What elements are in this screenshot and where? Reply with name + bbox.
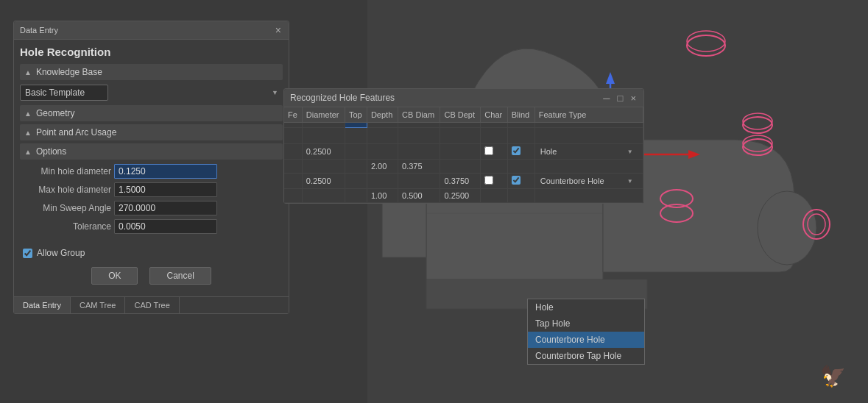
cell-diameter-3: 0.2500: [302, 144, 345, 160]
min-hole-diameter-input[interactable]: [114, 164, 217, 179]
rhf-titlebar-controls: ─ □ ×: [601, 93, 638, 103]
cell-top-2: [345, 128, 367, 144]
bottom-tabs: Data Entry CAM Tree CAD Tree: [14, 296, 289, 313]
cell-depth-2: [367, 128, 398, 144]
rhf-table-wrapper: Fe Diameter Top Depth CB Diam CB Dept Ch…: [284, 107, 643, 203]
cell-cbdept-3: [440, 144, 481, 160]
template-dropdown-wrapper: Basic Template Advanced Template: [20, 85, 283, 101]
cell-depth-1: [367, 123, 398, 128]
template-dropdown-row: Basic Template Advanced Template: [20, 85, 283, 101]
dropdown-item-counterbore-hole[interactable]: Counterbore Hole: [528, 332, 644, 348]
cell-char-4: [481, 160, 507, 174]
cell-cbdept-2: [440, 128, 481, 144]
feature-type-dropdown-menu: Hole Tap Hole Counterbore Hole Counterbo…: [527, 299, 645, 365]
min-sweep-angle-label: Min Sweep Angle: [23, 203, 111, 213]
allow-group-label: Allow Group: [37, 248, 85, 258]
dropdown-item-tap-hole[interactable]: Tap Hole: [528, 315, 644, 332]
cell-char-2: [481, 128, 507, 144]
table-row: [284, 123, 643, 128]
options-header[interactable]: ▲ Options: [20, 143, 283, 160]
col-cb-diam: CB Diam: [398, 107, 440, 123]
cell-featuretype-3: Hole Tap Hole Counterbore Hole Counterbo…: [534, 144, 643, 160]
cell-cbdiam-4: 0.375: [398, 160, 440, 174]
svg-point-5: [687, 35, 725, 56]
point-arc-header[interactable]: ▲ Point and Arc Usage: [20, 124, 283, 140]
ok-button[interactable]: OK: [91, 267, 138, 285]
rhf-close-button[interactable]: ×: [629, 93, 638, 103]
geometry-header[interactable]: ▲ Geometry: [20, 105, 283, 121]
cell-cbdiam-3: [398, 144, 440, 160]
dropdown-item-counterbore-tap-hole[interactable]: Counterbore Tap Hole: [528, 348, 644, 364]
max-hole-diameter-input[interactable]: [114, 182, 217, 197]
col-fe: Fe: [284, 107, 302, 123]
allow-group-checkbox[interactable]: [23, 249, 32, 258]
feature-type-select-3[interactable]: Hole Tap Hole Counterbore Hole Counterbo…: [539, 147, 635, 156]
cell-blind-4: [507, 160, 534, 174]
rhf-titlebar: Recognized Hole Features ─ □ ×: [284, 89, 643, 107]
rhf-table-header-row: Fe Diameter Top Depth CB Diam CB Dept Ch…: [284, 107, 643, 123]
knowledge-base-section: ▲ Knowledge Base Basic Template Advanced…: [20, 64, 283, 101]
cell-char-6: [481, 189, 507, 203]
blind-checkbox-5[interactable]: [512, 176, 521, 185]
col-depth: Depth: [367, 107, 398, 123]
cell-depth-5: [367, 174, 398, 189]
blind-checkbox-3[interactable]: [512, 146, 521, 155]
geometry-label: Geometry: [36, 108, 75, 118]
max-hole-diameter-row: Max hole diameter: [23, 182, 280, 197]
cell-top-1-selected[interactable]: [345, 123, 367, 128]
cell-char-1: [481, 123, 507, 128]
options-section: ▲ Options Min hole diameter Max hole dia…: [20, 143, 283, 242]
cell-blind-5: [507, 174, 534, 189]
cell-cbdept-6: 0.2500: [440, 189, 481, 203]
options-label: Options: [36, 146, 66, 157]
rhf-minimize-button[interactable]: ─: [601, 93, 611, 103]
svg-point-8: [743, 113, 772, 129]
rhf-table: Fe Diameter Top Depth CB Diam CB Dept Ch…: [284, 107, 643, 203]
geometry-arrow: ▲: [24, 110, 32, 118]
tolerance-input[interactable]: [114, 219, 217, 234]
cell-fe-3: [284, 144, 302, 160]
cell-fe-6: [284, 189, 302, 203]
cell-cbdiam-2: [398, 128, 440, 144]
tab-cam-tree[interactable]: CAM Tree: [71, 297, 126, 313]
point-arc-section: ▲ Point and Arc Usage: [20, 124, 283, 140]
geometry-section: ▲ Geometry: [20, 105, 283, 121]
data-entry-titlebar: Data Entry ×: [14, 21, 289, 40]
template-select[interactable]: Basic Template Advanced Template: [20, 85, 108, 101]
tab-cad-tree[interactable]: CAD Tree: [125, 297, 179, 313]
col-blind: Blind: [507, 107, 534, 123]
allow-group-row: Allow Group: [23, 248, 280, 258]
knowledge-base-label: Knowledge Base: [36, 67, 102, 77]
data-entry-titlebar-title: Data Entry: [20, 26, 58, 35]
cell-featuretype-5: Hole Tap Hole Counterbore Hole Counterbo…: [534, 174, 643, 189]
feature-type-dropdown-5: Hole Tap Hole Counterbore Hole Counterbo…: [539, 176, 635, 185]
feature-type-select-5[interactable]: Hole Tap Hole Counterbore Hole Counterbo…: [539, 176, 635, 185]
rhf-maximize-button[interactable]: □: [616, 93, 625, 103]
tab-data-entry[interactable]: Data Entry: [14, 297, 71, 313]
col-feature-type: Feature Type: [534, 107, 643, 123]
cell-featuretype-4: [534, 160, 643, 174]
min-hole-diameter-label: Min hole diameter: [23, 166, 111, 176]
point-arc-label: Point and Arc Usage: [36, 127, 116, 138]
cell-top-4: [345, 160, 367, 174]
cancel-button[interactable]: Cancel: [149, 267, 211, 285]
svg-point-7: [743, 117, 772, 133]
table-row: 0.2500 Hole Tap Hole Counterbore Hole: [284, 144, 643, 160]
cell-top-3: [345, 144, 367, 160]
cell-cbdiam-6: 0.500: [398, 189, 440, 203]
cell-fe-1: [284, 123, 302, 128]
char-checkbox-5[interactable]: [484, 176, 493, 185]
col-char: Char: [481, 107, 507, 123]
tolerance-label: Tolerance: [23, 221, 111, 232]
min-sweep-angle-row: Min Sweep Angle: [23, 201, 280, 215]
data-entry-body: Hole Recognition ▲ Knowledge Base Basic …: [14, 40, 289, 296]
cell-fe-2: [284, 128, 302, 144]
table-row: 0.2500 0.3750 Hole Tap Hole Counterbore …: [284, 174, 643, 189]
dropdown-item-hole[interactable]: Hole: [528, 299, 644, 315]
data-entry-close-button[interactable]: ×: [274, 25, 283, 35]
knowledge-base-header[interactable]: ▲ Knowledge Base: [20, 64, 283, 80]
char-checkbox-3[interactable]: [484, 146, 493, 155]
action-buttons-row: OK Cancel: [20, 267, 283, 285]
table-row: [284, 128, 643, 144]
min-sweep-angle-input[interactable]: [114, 201, 217, 215]
